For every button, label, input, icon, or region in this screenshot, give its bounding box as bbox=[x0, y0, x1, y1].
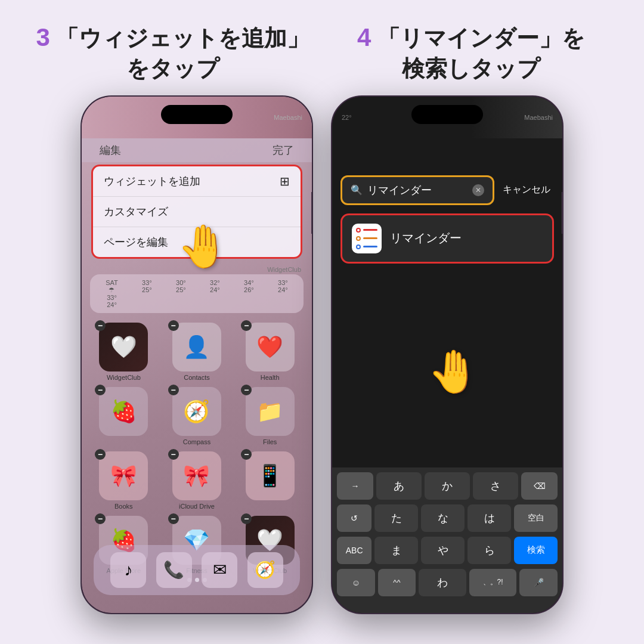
edit-page-item[interactable]: ページを編集 bbox=[93, 227, 301, 257]
kb-row-4: ☺ ^^ わ 、。?! 🎤 bbox=[335, 569, 560, 596]
reminder-result[interactable]: リマインダー bbox=[340, 213, 554, 264]
minus-icon-8: − bbox=[168, 449, 179, 460]
reminder-app-name: リマインダー bbox=[390, 230, 462, 246]
dynamic-island-1 bbox=[161, 105, 233, 124]
kb-undo-key[interactable]: ↺ bbox=[337, 504, 371, 532]
kb-space-key[interactable]: 空白 bbox=[514, 504, 558, 532]
kb-na-key[interactable]: な bbox=[421, 504, 465, 532]
context-menu: ウィジェットを追加 ⊞ カスタマイズ ページを編集 bbox=[91, 165, 302, 259]
icloud-icon: 🎀 bbox=[172, 451, 221, 500]
widget-icon: ⊞ bbox=[280, 174, 290, 188]
kb-search-key[interactable]: 検索 bbox=[514, 537, 558, 564]
widgetclub-label: WidgetClub bbox=[90, 266, 304, 273]
search-box[interactable]: 🔍 リマインダー ✕ bbox=[340, 175, 494, 205]
compass-dock-icon: 🧭 bbox=[247, 552, 283, 588]
maebashi-label-2: Maebashi bbox=[524, 114, 553, 121]
kb-row-2: ↺ た な は 空白 bbox=[335, 504, 560, 532]
app-icloud: − 🎀 iCloud Drive bbox=[163, 451, 231, 510]
phone-dock-icon: 📞 bbox=[156, 552, 192, 588]
hand-cursor-2: 🤚 bbox=[428, 347, 479, 396]
books-icon: 🎀 bbox=[99, 451, 148, 500]
line-red bbox=[363, 229, 377, 231]
app-widgetclub: − 🤍 WidgetClub bbox=[90, 323, 157, 381]
cancel-button[interactable]: キャンセル bbox=[499, 184, 554, 196]
search-icon: 🔍 bbox=[351, 184, 363, 196]
app-phone-widget: − 📱 bbox=[236, 451, 304, 510]
search-row: 🔍 リマインダー ✕ キャンセル bbox=[332, 138, 562, 210]
done-button[interactable]: 完了 bbox=[273, 143, 294, 157]
compass-icon: 🧭 bbox=[172, 387, 221, 436]
kb-caret-key[interactable]: ^^ bbox=[378, 569, 416, 596]
edit-button[interactable]: 編集 bbox=[100, 143, 121, 157]
files-icon: 📁 bbox=[246, 387, 295, 436]
phone2: 22° Maebashi 🔍 リマインダー ✕ キャンセル bbox=[331, 95, 564, 614]
header-row: 3 「ウィジェットを追加」 をタップ 4 「リマインダー」を 検索しタップ bbox=[0, 0, 644, 95]
widget-area: WidgetClub SAT☂33°24° 33°25° 30°25° 32°2… bbox=[82, 261, 312, 323]
clock-display: 22° bbox=[342, 114, 352, 121]
kb-ra-key[interactable]: ら bbox=[467, 537, 511, 564]
compass-label: Compass bbox=[183, 438, 210, 445]
kb-delete-key[interactable]: ⌫ bbox=[521, 472, 558, 500]
phones-row: Maebashi 編集 完了 ウィジェットを追加 ⊞ カスタマイズ bbox=[0, 95, 644, 644]
app-empty1: − 🍓 bbox=[90, 387, 157, 445]
kb-row-1: → あ か さ ⌫ bbox=[335, 472, 560, 500]
step4-number: 4 bbox=[357, 23, 371, 51]
icloud-label: iCloud Drive bbox=[179, 503, 215, 510]
reminder-dots-row bbox=[356, 228, 377, 233]
health-label: Health bbox=[261, 374, 280, 381]
kb-ka-key[interactable]: か bbox=[425, 472, 470, 500]
minus-icon: − bbox=[95, 320, 106, 331]
search-clear-icon[interactable]: ✕ bbox=[472, 184, 484, 196]
dot-orange bbox=[356, 236, 361, 241]
kb-ha-key[interactable]: は bbox=[467, 504, 511, 532]
kb-arrow-key[interactable]: → bbox=[337, 472, 373, 500]
app-health: − ❤️ Health bbox=[236, 323, 304, 381]
widgetclub-icon: 🤍 bbox=[99, 323, 148, 371]
minus-icon-5: − bbox=[168, 385, 179, 395]
strawberry-icon: 🍓 bbox=[99, 387, 148, 436]
phone2-screen: 22° Maebashi 🔍 リマインダー ✕ キャンセル bbox=[332, 97, 562, 613]
kb-punct-key[interactable]: 、。?! bbox=[469, 569, 517, 596]
phone1-background: Maebashi 編集 完了 ウィジェットを追加 ⊞ カスタマイズ bbox=[82, 97, 312, 613]
customize-item[interactable]: カスタマイズ bbox=[93, 197, 301, 227]
reminder-dots-row3 bbox=[356, 244, 377, 249]
kb-ma-key[interactable]: ま bbox=[374, 537, 418, 564]
kb-wa-key[interactable]: わ bbox=[419, 569, 466, 596]
app-files: − 📁 Files bbox=[236, 387, 304, 445]
minus-icon-10: − bbox=[95, 513, 106, 524]
phone1-topbar: 編集 完了 bbox=[82, 138, 312, 162]
line-blue bbox=[363, 246, 377, 247]
contacts-label: Contacts bbox=[184, 374, 209, 381]
kb-row-3: ABC ま や ら 検索 bbox=[335, 537, 560, 564]
kb-mic-key[interactable]: 🎤 bbox=[519, 569, 558, 596]
kb-abc-key[interactable]: ABC bbox=[337, 537, 371, 564]
app-grid: − 🤍 WidgetClub − 👤 Contacts − ❤️ Health bbox=[82, 323, 312, 574]
dot-blue bbox=[356, 244, 361, 249]
app-compass: − 🧭 Compass bbox=[163, 387, 231, 445]
keyboard: → あ か さ ⌫ ↺ た な は 空白 ABC bbox=[332, 467, 562, 613]
kb-ya-key[interactable]: や bbox=[421, 537, 465, 564]
kb-sa-key[interactable]: さ bbox=[473, 472, 518, 500]
kb-emoji-key[interactable]: ☺ bbox=[337, 569, 375, 596]
dock: ♪ 📞 ✉ 🧭 bbox=[94, 545, 300, 595]
reminder-app-icon bbox=[352, 224, 382, 253]
add-widget-item[interactable]: ウィジェットを追加 ⊞ bbox=[93, 166, 301, 197]
reminder-dots-row2 bbox=[356, 236, 377, 241]
kb-ta-key[interactable]: た bbox=[374, 504, 418, 532]
maebashi-label-1: Maebashi bbox=[274, 114, 302, 121]
widgetclub-label-app: WidgetClub bbox=[107, 374, 141, 381]
step3-number: 3 bbox=[36, 23, 50, 51]
phone2-background: 22° Maebashi 🔍 リマインダー ✕ キャンセル bbox=[332, 97, 562, 613]
step4-title: 4 「リマインダー」を 検索しタップ bbox=[322, 21, 620, 83]
dynamic-island-2 bbox=[411, 105, 483, 124]
kb-a-key[interactable]: あ bbox=[376, 472, 422, 500]
dot-red bbox=[356, 228, 361, 233]
files-label: Files bbox=[263, 438, 277, 445]
minus-icon-7: − bbox=[95, 449, 106, 460]
phone1: Maebashi 編集 完了 ウィジェットを追加 ⊞ カスタマイズ bbox=[80, 95, 313, 614]
phone-widget-icon: 📱 bbox=[246, 451, 295, 500]
contacts-icon: 👤 bbox=[172, 323, 221, 371]
minus-icon-4: − bbox=[95, 385, 106, 395]
mail-dock-icon: ✉ bbox=[202, 552, 237, 588]
phone1-screen: Maebashi 編集 完了 ウィジェットを追加 ⊞ カスタマイズ bbox=[82, 97, 312, 613]
